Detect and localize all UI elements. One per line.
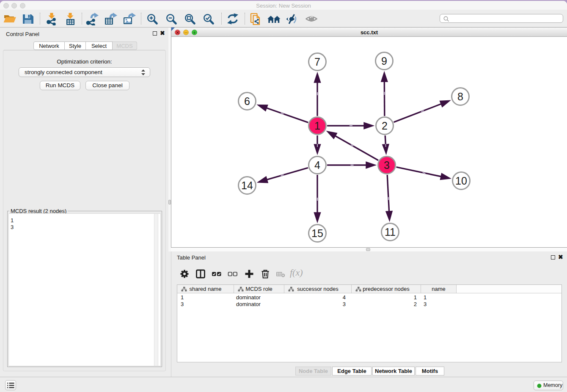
svg-text:10: 10 bbox=[455, 175, 467, 187]
svg-text:14: 14 bbox=[241, 179, 253, 191]
svg-text:8: 8 bbox=[457, 91, 463, 102]
svg-text:11: 11 bbox=[385, 226, 396, 238]
svg-text:6: 6 bbox=[244, 95, 250, 107]
svg-text:1: 1 bbox=[314, 120, 320, 132]
svg-text:3: 3 bbox=[384, 159, 390, 171]
svg-text:15: 15 bbox=[311, 227, 323, 239]
svg-text:2: 2 bbox=[382, 120, 388, 132]
svg-text:7: 7 bbox=[314, 56, 320, 68]
svg-text:9: 9 bbox=[381, 55, 387, 67]
svg-text:4: 4 bbox=[314, 159, 320, 171]
